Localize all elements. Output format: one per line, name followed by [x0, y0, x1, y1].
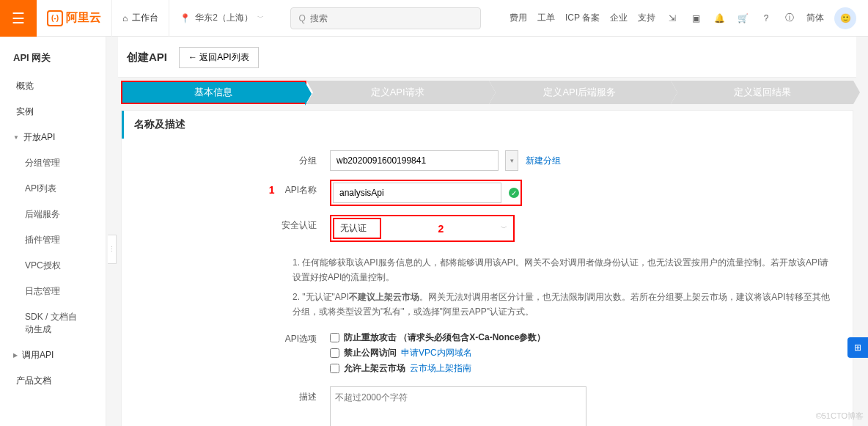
nav-lang[interactable]: 简体: [806, 12, 824, 24]
auth-note-2: 2. "无认证"API不建议上架云市场。网关无法对调用者区分计量，也无法限制调用…: [293, 290, 835, 320]
sidebar-title: API 网关: [0, 48, 106, 73]
region-label: 华东2（上海）: [195, 12, 253, 24]
vpc-domain-link[interactable]: 申请VPC内网域名: [401, 347, 472, 359]
nav-icp[interactable]: ICP 备案: [565, 12, 600, 24]
nav-enterprise[interactable]: 企业: [610, 12, 628, 24]
opt-replay-label: 防止重放攻击 （请求头必须包含X-Ca-Nonce参数）: [344, 331, 545, 344]
region-selector[interactable]: 📍 华东2（上海） ﹀: [169, 0, 274, 37]
sidebar-item-open-api[interactable]: ▼开放API: [0, 125, 106, 150]
opt-replay-checkbox[interactable]: [330, 333, 339, 342]
label-group: 分组: [139, 150, 330, 171]
label-options: API选项: [139, 328, 330, 349]
page-title: 创建API: [127, 51, 167, 65]
valid-icon: ✓: [509, 188, 519, 198]
card-title: 名称及描述: [122, 111, 853, 139]
help-icon[interactable]: ?: [760, 13, 773, 23]
brand-logo[interactable]: (-) 阿里云: [37, 10, 111, 26]
sidebar-item-overview[interactable]: 概览: [0, 73, 106, 99]
sidebar-item-api-list[interactable]: API列表: [0, 176, 106, 202]
opt-market-checkbox[interactable]: [330, 364, 339, 373]
nav-fee[interactable]: 费用: [510, 12, 527, 24]
annotation-2: 2: [438, 223, 444, 235]
step-backend[interactable]: 定义API后端服务: [489, 81, 672, 104]
sidebar-item-call-api[interactable]: ▶调用API: [0, 342, 106, 368]
home-icon: ⌂: [122, 13, 128, 23]
pin-icon: 📍: [180, 13, 191, 23]
chevron-down-icon[interactable]: ﹀: [501, 224, 507, 233]
caret-right-icon: ▶: [13, 352, 18, 359]
sidebar-item-backend[interactable]: 后端服务: [0, 202, 106, 227]
chevron-down-icon: ▾: [510, 157, 514, 164]
logo-icon: (-): [47, 10, 63, 26]
bell-icon[interactable]: 🔔: [713, 13, 726, 23]
search-icon: Q: [298, 13, 305, 23]
cloud-icon[interactable]: ⇲: [666, 13, 679, 23]
step-api-request[interactable]: 定义API请求: [306, 81, 489, 104]
market-guide-link[interactable]: 云市场上架指南: [410, 362, 471, 375]
opt-public-checkbox[interactable]: [330, 348, 339, 358]
info-icon[interactable]: ⓘ: [783, 12, 796, 24]
cart-icon[interactable]: 🛒: [736, 13, 749, 23]
sidebar-item-instance[interactable]: 实例: [0, 99, 106, 125]
label-api-name: API名称: [285, 180, 317, 200]
sidebar-item-docs[interactable]: 产品文档: [0, 368, 106, 394]
sidebar-item-vpc[interactable]: VPC授权: [0, 253, 106, 279]
group-dropdown-toggle[interactable]: ▾: [505, 150, 518, 171]
chevron-down-icon: ﹀: [257, 13, 264, 23]
watermark: ©51CTO博客: [816, 411, 864, 422]
menu-toggle[interactable]: ☰: [0, 0, 37, 37]
group-select[interactable]: [330, 150, 499, 171]
caret-down-icon: ▼: [13, 134, 19, 141]
step-basic-info[interactable]: 基本信息: [121, 81, 306, 104]
global-search[interactable]: Q: [290, 7, 481, 29]
auth-note-1: 1. 任何能够获取该API服务信息的人，都将能够调用该API。网关不会对调用者做…: [293, 255, 835, 285]
terminal-icon[interactable]: ▣: [689, 13, 702, 23]
label-desc: 描述: [139, 386, 330, 407]
sidebar-item-plugin[interactable]: 插件管理: [0, 227, 106, 253]
opt-market-label: 允许上架云市场: [344, 362, 405, 375]
workbench-label: 工作台: [132, 12, 158, 24]
opt-public-label: 禁止公网访问: [344, 347, 397, 359]
sidebar: API 网关 概览 实例 ▼开放API 分组管理 API列表 后端服务 插件管理…: [0, 37, 106, 426]
step-response[interactable]: 定义返回结果: [671, 81, 853, 104]
nav-order[interactable]: 工单: [537, 12, 555, 24]
sidebar-item-log[interactable]: 日志管理: [0, 279, 106, 304]
avatar[interactable]: 🙂: [834, 7, 856, 29]
sidebar-item-sdk[interactable]: SDK / 文档自动生成: [0, 304, 106, 342]
sidebar-collapse-handle[interactable]: ⋮: [108, 235, 117, 264]
api-name-input[interactable]: [333, 183, 501, 203]
nav-support[interactable]: 支持: [638, 12, 655, 24]
workbench-link[interactable]: ⌂ 工作台: [111, 0, 169, 37]
auth-select[interactable]: 无认证: [333, 218, 381, 239]
back-button[interactable]: ← 返回API列表: [179, 47, 259, 68]
desc-textarea[interactable]: [330, 386, 586, 426]
steps-bar: 基本信息 定义API请求 定义API后端服务 定义返回结果: [121, 81, 853, 104]
new-group-link[interactable]: 新建分组: [526, 155, 561, 167]
annotation-1: 1: [269, 180, 275, 200]
feedback-fab[interactable]: ⊞: [847, 337, 868, 358]
label-auth: 安全认证: [139, 215, 330, 235]
sidebar-item-group[interactable]: 分组管理: [0, 150, 106, 176]
brand-text: 阿里云: [66, 10, 101, 26]
search-input[interactable]: [310, 13, 474, 23]
